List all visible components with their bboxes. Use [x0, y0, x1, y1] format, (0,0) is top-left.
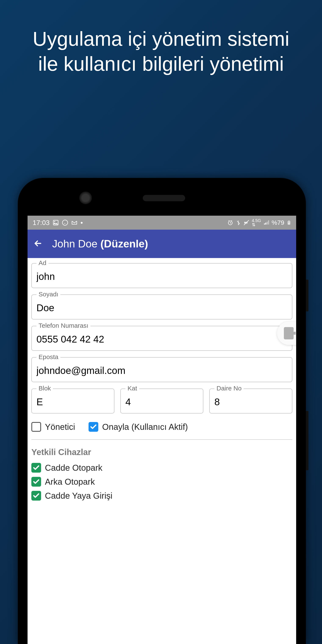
whatsapp-icon	[62, 220, 68, 226]
field-telefon: Telefon Numarası	[31, 326, 292, 351]
checkbox-checked-icon	[31, 491, 41, 500]
checkbox-checked-icon	[88, 422, 98, 432]
svg-point-2	[62, 220, 68, 226]
phone-screen: 17:03 •	[28, 216, 296, 644]
vibrate-icon	[244, 220, 249, 226]
field-soyadi: Soyadı	[31, 294, 292, 320]
field-label: Eposta	[36, 353, 60, 360]
yonetici-checkbox[interactable]: Yönetici	[31, 422, 75, 432]
status-right: 4.5G⇅ %79	[227, 218, 291, 227]
checkbox-label: Yönetici	[45, 422, 75, 432]
device-checkbox[interactable]: Cadde Otopark	[31, 463, 292, 472]
ad-input[interactable]	[31, 263, 292, 288]
telefon-input[interactable]	[31, 326, 292, 351]
devices-heading: Yetkili Cihazlar	[31, 448, 292, 457]
onayla-checkbox[interactable]: Onayla (Kullanıcı Aktif)	[88, 422, 188, 432]
checkbox-checked-icon	[31, 463, 41, 472]
checkbox-checked-icon	[31, 477, 41, 486]
kat-input[interactable]	[120, 388, 203, 414]
field-label: Soyadı	[36, 291, 60, 298]
alarm-icon	[227, 220, 233, 226]
checkbox-unchecked-icon	[31, 422, 41, 432]
back-arrow-icon[interactable]	[33, 238, 43, 249]
daire-input[interactable]	[209, 388, 292, 414]
status-left: 17:03 •	[32, 219, 83, 227]
signal-icon	[264, 220, 269, 226]
field-blok: Blok	[31, 388, 114, 414]
device-label: Cadde Otopark	[45, 463, 102, 472]
image-icon	[52, 220, 59, 226]
device-checkbox[interactable]: Arka Otopark	[31, 477, 292, 486]
field-label: Blok	[36, 385, 53, 392]
mail-icon	[71, 220, 78, 226]
app-title: John Doe (Düzenle)	[52, 238, 148, 250]
form-content: Ad Soyadı Telefon Numarası Eposta Blok	[28, 258, 296, 500]
field-label: Telefon Numarası	[36, 322, 90, 329]
field-daire: Daire No	[209, 388, 292, 414]
checkbox-row: Yönetici Onayla (Kullanıcı Aktif)	[31, 420, 292, 439]
blok-input[interactable]	[31, 388, 114, 414]
device-icon	[284, 327, 294, 339]
status-time: 17:03	[32, 219, 50, 227]
network-type-icon: 4.5G⇅	[252, 218, 261, 227]
more-dot-icon: •	[80, 219, 83, 227]
battery-icon	[287, 220, 291, 226]
app-title-name: John Doe	[52, 238, 98, 250]
phone-camera	[79, 192, 92, 204]
divider	[31, 439, 292, 440]
device-checkbox[interactable]: Cadde Yaya Girişi	[31, 491, 292, 500]
status-bar: 17:03 •	[28, 216, 296, 230]
checkbox-label: Onayla (Kullanıcı Aktif)	[102, 422, 188, 432]
device-label: Arka Otopark	[45, 477, 95, 486]
field-eposta: Eposta	[31, 357, 292, 382]
field-label: Daire No	[214, 385, 244, 392]
phone-speaker	[143, 195, 185, 201]
app-bar: John Doe (Düzenle)	[28, 230, 296, 258]
device-label: Cadde Yaya Girişi	[45, 491, 112, 500]
phone-side-button	[306, 411, 308, 470]
phone-side-button	[306, 280, 308, 312]
phone-frame: 17:03 •	[18, 178, 306, 644]
eposta-input[interactable]	[31, 357, 292, 382]
field-label: Kat	[126, 385, 139, 392]
svg-point-1	[54, 221, 55, 222]
soyadi-input[interactable]	[31, 294, 292, 320]
field-label: Ad	[36, 259, 48, 266]
svg-rect-6	[288, 221, 290, 222]
bluetooth-icon	[236, 220, 241, 226]
app-title-action: (Düzenle)	[100, 238, 148, 250]
promo-text: Uygulama içi yönetim sistemi ile kullanı…	[0, 0, 322, 76]
field-kat: Kat	[120, 388, 203, 414]
field-ad: Ad	[31, 263, 292, 288]
battery-text: %79	[272, 219, 284, 226]
